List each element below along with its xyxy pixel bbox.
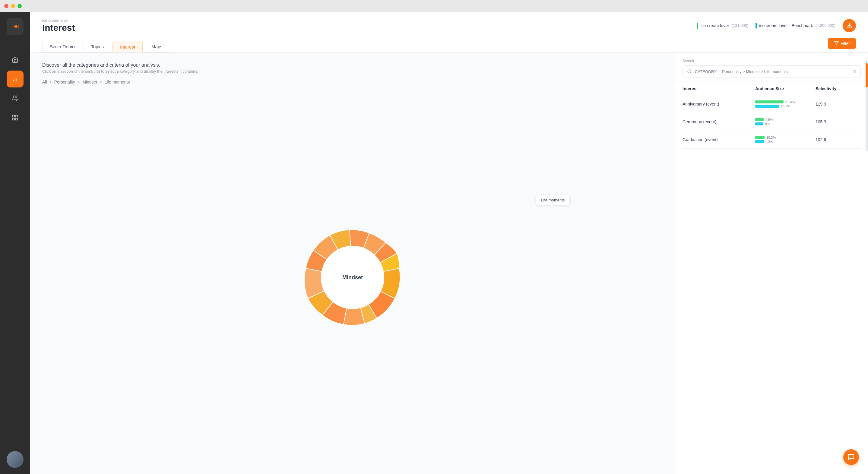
chart-tooltip: Life moments xyxy=(536,195,570,205)
svg-rect-6 xyxy=(13,118,14,120)
legend-label-1: ice cream lover xyxy=(701,23,729,28)
bar-green-2 xyxy=(755,118,764,121)
bar-group-2: 9.5% 9% xyxy=(755,118,815,126)
scrollbar[interactable] xyxy=(866,60,868,151)
filter-label: Filter xyxy=(841,41,850,46)
breadcrumb-sep-1: > xyxy=(50,80,52,85)
nav-row: Socio-Demo Topics Interest Maps Filter xyxy=(30,38,868,53)
description-subtitle: Click on a section of the sunburst to se… xyxy=(42,69,663,73)
content-area: Discover all the categories and criteria… xyxy=(30,53,868,474)
bar-cyan-2 xyxy=(755,122,763,125)
sidebar-item-home[interactable] xyxy=(7,51,24,68)
sidebar-item-analytics[interactable] xyxy=(7,70,24,88)
search-section: Search × xyxy=(675,53,868,82)
chat-icon xyxy=(847,453,855,461)
cell-interest-2: Ceremony (event) xyxy=(683,119,755,124)
sunburst-chart[interactable]: Mindset xyxy=(289,214,416,341)
filter-button[interactable]: Filter xyxy=(828,38,856,49)
tab-bar: Socio-Demo Topics Interest Maps xyxy=(42,41,170,53)
avatar-image xyxy=(7,451,24,468)
tooltip-label: Life moments xyxy=(541,198,565,202)
chart-area[interactable]: Mindset Life moments xyxy=(42,91,663,464)
sidebar-navigation xyxy=(7,51,24,126)
sidebar-item-grid[interactable] xyxy=(7,109,24,126)
svg-marker-9 xyxy=(834,42,838,45)
scrollbar-thumb[interactable] xyxy=(866,63,868,88)
tab-maps[interactable]: Maps xyxy=(144,41,170,53)
search-box[interactable]: × xyxy=(683,65,861,77)
breadcrumb-sep-3: > xyxy=(99,80,102,85)
header-top-row: ice cream lover Interest ice cream lover… xyxy=(42,18,856,33)
chat-button[interactable] xyxy=(843,449,859,465)
maximize-button[interactable] xyxy=(18,4,22,8)
breadcrumb-mindset[interactable]: Mindset xyxy=(82,80,97,85)
legend-label-2: ice cream lover - Benchmark xyxy=(759,23,813,28)
bar-cyan-1 xyxy=(755,105,779,108)
description-block: Discover all the categories and criteria… xyxy=(42,62,663,73)
legend-bar-cyan xyxy=(755,23,757,29)
cell-audience-1: 31.4% 26.2% xyxy=(755,100,815,108)
legend-item-2: ice cream lover - Benchmark (4,200,000) xyxy=(755,23,835,29)
avatar[interactable] xyxy=(7,451,24,468)
table-row: Graduation (event) 10.3% 10% xyxy=(683,131,861,149)
cell-interest-3: Graduation (event) xyxy=(683,137,755,142)
cell-selectivity-2: 105.3 xyxy=(815,119,861,124)
bar-green-1 xyxy=(755,100,783,103)
bar-row-3b: 10% xyxy=(755,140,815,144)
cell-audience-3: 10.3% 10% xyxy=(755,136,815,144)
svg-text:Mindset: Mindset xyxy=(342,274,363,280)
close-button[interactable] xyxy=(4,4,8,8)
sidebar xyxy=(0,0,30,474)
breadcrumb-life-moments[interactable]: Life moments xyxy=(104,80,130,85)
page-header: ice cream lover Interest ice cream lover… xyxy=(30,12,868,38)
column-audience-size[interactable]: Audience Size xyxy=(755,86,815,91)
page-title: Interest xyxy=(42,23,75,33)
column-selectivity[interactable]: Selectivity ↓ xyxy=(815,86,861,91)
cell-audience-2: 9.5% 9% xyxy=(755,118,815,126)
tab-interest[interactable]: Interest xyxy=(113,41,143,53)
bar-green-3 xyxy=(755,136,765,139)
bar-label-2a: 9.5% xyxy=(766,118,773,122)
table-area: Interest Audience Size Selectivity ↓ Ann… xyxy=(675,82,868,474)
minimize-button[interactable] xyxy=(11,4,15,8)
bar-row-1a: 31.4% xyxy=(755,100,815,104)
bar-label-1b: 26.2% xyxy=(781,104,790,108)
svg-rect-4 xyxy=(13,115,14,117)
column-interest: Interest xyxy=(683,86,755,91)
breadcrumb-all[interactable]: All xyxy=(42,80,47,85)
window-chrome xyxy=(0,0,868,12)
cell-selectivity-3: 102.6 xyxy=(815,137,861,142)
bar-label-3b: 10% xyxy=(766,140,773,144)
download-button[interactable] xyxy=(843,19,856,32)
main-content: ice cream lover Interest ice cream lover… xyxy=(30,12,868,474)
right-panel: Search × Interest Audience Size xyxy=(675,53,868,474)
table-row: Anniversary (event) 31.4% 26.2% xyxy=(683,95,861,113)
breadcrumb-sep-2: > xyxy=(78,80,80,85)
legend-count-1: (131,000) xyxy=(732,23,749,28)
sort-icon: ↓ xyxy=(839,86,841,91)
legend-count-2: (4,200,000) xyxy=(815,23,836,28)
legend: ice cream lover (131,000) ice cream love… xyxy=(697,19,856,32)
svg-point-12 xyxy=(688,70,691,73)
table-header: Interest Audience Size Selectivity ↓ xyxy=(683,82,861,95)
search-clear-button[interactable]: × xyxy=(853,69,856,74)
breadcrumb: ice cream lover xyxy=(42,18,75,23)
description-title: Discover all the categories and criteria… xyxy=(42,62,663,68)
bar-group-1: 31.4% 26.2% xyxy=(755,100,815,108)
bar-label-3a: 10.3% xyxy=(766,136,776,139)
cell-selectivity-1: 119.9 xyxy=(815,102,861,106)
sidebar-item-users[interactable] xyxy=(7,90,24,107)
table-row: Ceremony (event) 9.5% 9% xyxy=(683,113,861,131)
tab-socio-demo[interactable]: Socio-Demo xyxy=(42,41,82,53)
app-logo[interactable] xyxy=(7,18,24,35)
bar-row-2b: 9% xyxy=(755,122,815,126)
legend-bar-green xyxy=(697,23,698,29)
bar-row-1b: 26.2% xyxy=(755,104,815,108)
breadcrumb-personality[interactable]: Personality xyxy=(54,80,75,85)
tab-topics[interactable]: Topics xyxy=(84,41,112,53)
left-panel: Discover all the categories and criteria… xyxy=(30,53,675,474)
search-input[interactable] xyxy=(695,69,850,74)
svg-rect-5 xyxy=(16,115,18,117)
legend-item-1: ice cream lover (131,000) xyxy=(697,23,749,29)
bar-group-3: 10.3% 10% xyxy=(755,136,815,144)
